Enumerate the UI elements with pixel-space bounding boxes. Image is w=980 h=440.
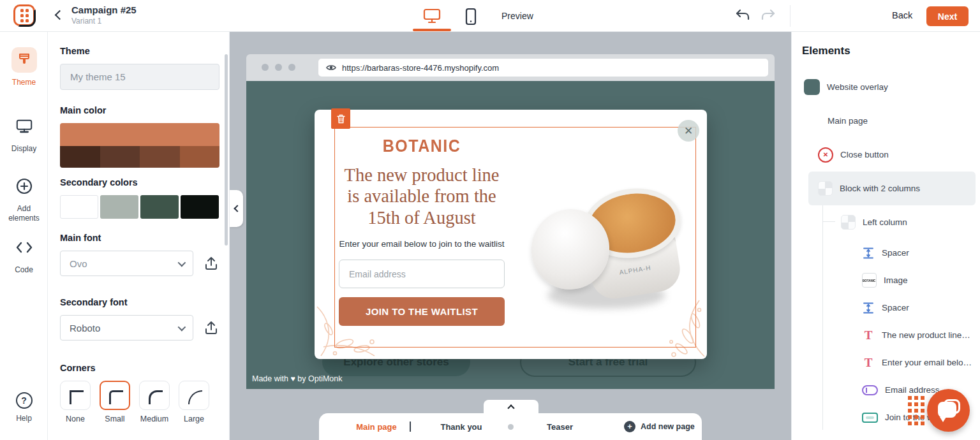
optimonk-logo-icon[interactable] [13,4,35,26]
theme-name-input[interactable] [60,64,219,90]
chat-loading-dots [908,396,924,425]
redo-icon[interactable] [761,9,776,23]
corner-option-small[interactable] [100,381,130,410]
secondary-font-select[interactable]: Roboto [60,315,193,341]
plus-circle-icon [624,421,635,432]
collapse-panel-tab[interactable] [230,190,243,227]
nav-item-add-elements[interactable]: Add elements [0,173,48,223]
tree-item-label: Spacer [882,248,909,258]
url-input[interactable] [342,63,733,73]
nav-label-help: Help [0,414,48,423]
undo-icon[interactable] [735,9,750,23]
secondary-swatch[interactable] [100,195,138,219]
shade-swatch[interactable] [100,146,140,168]
tree-item-website-overlay[interactable]: Website overlay [792,70,980,104]
pages-bar-divider [410,422,411,432]
editor-canvas: Explore other stores Start a free trial … [230,32,791,440]
nav-item-theme[interactable]: Theme [0,47,48,87]
chat-widget-button[interactable] [927,389,970,432]
topbar-divider [790,5,791,27]
spacer-icon [862,247,875,260]
secondary-swatch[interactable] [140,195,179,219]
tree-item-subtext[interactable]: Enter your email belo… [792,349,980,376]
block-grid-icon [818,181,833,196]
email-input[interactable] [339,260,505,288]
tab-thank-you[interactable]: Thank you [433,413,490,440]
panel-scrollbar[interactable] [225,54,228,246]
add-new-page-button[interactable]: Add new page [624,413,695,440]
mobile-view-icon[interactable] [464,7,478,26]
join-waitlist-button[interactable]: JOIN TO THE WAITLIST [339,297,505,326]
code-icon [11,235,37,260]
corner-option-large[interactable] [179,381,209,410]
upload-font-button[interactable] [204,320,219,335]
shade-swatch[interactable] [60,146,100,168]
tree-item-spacer[interactable]: Spacer [792,294,980,321]
secondary-swatch[interactable] [181,195,219,219]
secondary-swatch[interactable] [60,195,98,219]
tree-item-label: The new product line… [882,330,970,340]
desktop-view-icon[interactable] [422,8,442,24]
main-color-picker[interactable] [60,123,219,168]
main-font-select[interactable]: Ovo [60,251,193,276]
tree-item-label: Enter your email belo… [882,358,972,367]
next-button[interactable]: Next [926,6,969,26]
back-button[interactable]: Back [892,10,912,20]
main-color-swatch[interactable] [60,123,219,146]
popup-subtext[interactable]: Enter your email below to join to the wa… [339,239,505,249]
corner-option-label: Large [179,414,209,423]
tree-item-left-column[interactable]: Left column [792,205,980,239]
browser-url-bar[interactable] [318,59,768,77]
back-chevron-icon[interactable] [55,10,65,20]
secondary-colors-label: Secondary colors [60,177,219,187]
corner-large-icon [188,390,202,404]
corner-option-none[interactable] [60,381,91,410]
top-bar: Campaign #25 Variant 1 Preview [0,0,980,32]
tree-item-close-button[interactable]: Close button [792,138,980,172]
popup-card[interactable]: BOTANIC The new product line is availabl… [315,110,707,359]
tree-item-main-page[interactable]: Main page [792,104,980,138]
popup-close-button[interactable] [678,120,699,142]
shade-swatch[interactable] [140,146,180,168]
main-color-label: Main color [60,105,219,115]
popup-headline[interactable]: The new product line is available from t… [339,165,505,228]
upload-font-button[interactable] [204,256,219,271]
nav-label-display: Display [0,144,48,154]
tree-item-label: Block with 2 columns [840,184,920,193]
spacer-icon [862,302,875,314]
pages-bar-collapse-tab[interactable] [484,400,538,413]
main-font-value: Ovo [70,258,87,269]
secondary-font-label: Secondary font [60,297,219,307]
corners-label: Corners [60,363,219,373]
logo-dots [15,6,33,24]
shade-swatch[interactable] [180,146,220,168]
theme-icon [11,47,37,73]
nav-item-display[interactable]: Display [0,114,48,154]
chevron-left-icon [234,205,241,212]
headline-line: The new product line [339,165,505,186]
nav-item-help[interactable]: ? Help [0,392,48,423]
delete-element-button[interactable] [331,108,350,129]
corner-option-medium[interactable] [139,381,170,410]
product-brand-label: ALPHA-H [619,264,651,276]
elements-panel-title: Elements [802,45,850,57]
headline-line: is available from the [339,186,505,207]
tab-teaser[interactable]: Teaser [536,413,584,440]
pages-bar: Main page Thank you Teaser Add new page [319,413,702,440]
tab-main-page[interactable]: Main page [348,413,405,440]
input-field-icon [862,385,878,395]
tree-item-spacer[interactable]: Spacer [792,239,980,267]
tree-item-headline-text[interactable]: The new product line… [792,321,980,349]
product-image[interactable]: ALPHA-H [531,185,675,312]
corner-options-row: None Small Medium Large [60,381,219,423]
nav-item-code[interactable]: Code [0,235,48,275]
help-icon: ? [16,392,33,409]
chevron-down-icon [178,258,186,267]
pages-bar-dot [508,424,514,430]
tree-item-label: Email address [885,385,940,395]
secondary-font-value: Roboto [70,323,100,334]
tree-item-block-2-columns[interactable]: Block with 2 columns [808,172,976,205]
tree-item-image[interactable]: BOTANIC Image [792,267,980,294]
tree-item-label: Image [884,275,908,285]
display-icon [11,114,37,139]
